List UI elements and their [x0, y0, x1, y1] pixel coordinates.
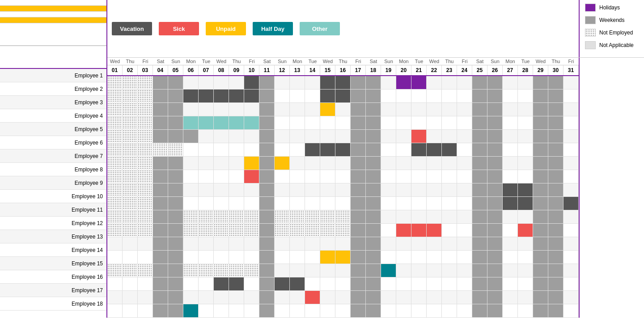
calendar-cell	[107, 143, 123, 156]
calendar-cell	[199, 210, 214, 223]
calendar-cell	[366, 157, 381, 170]
calendar-cell	[533, 304, 548, 317]
calendar-cell	[138, 210, 153, 223]
calendar-cell	[214, 103, 229, 116]
right-section: VacationSickUnpaidHalf DayOther Holidays…	[107, 0, 644, 318]
right-legend-label: Weekends	[599, 17, 624, 23]
calendar-cell	[168, 237, 183, 250]
calendar-cell	[366, 251, 381, 264]
day-number-cell: 24	[457, 65, 472, 75]
calendar-cell	[320, 89, 335, 102]
day-number-cell: 30	[548, 65, 564, 75]
calendar-cell	[214, 89, 229, 102]
calendar-cell	[168, 277, 183, 290]
calendar-cell	[533, 89, 548, 102]
calendar-cell	[168, 157, 183, 170]
calendar-cell	[381, 237, 396, 250]
day-name-cell: Sat	[472, 58, 487, 65]
employee-name-row: Employee 5	[0, 123, 106, 136]
calendar-cell	[183, 103, 199, 116]
calendar-cell	[442, 304, 457, 317]
calendar-cell	[335, 89, 351, 102]
calendar-cell	[153, 89, 168, 102]
employee-name-row: Employee 13	[0, 230, 106, 243]
calendar-cell	[168, 304, 183, 317]
calendar-row	[107, 143, 579, 157]
calendar-cell	[381, 89, 396, 102]
calendar-cell	[320, 143, 335, 156]
calendar-cell	[381, 210, 396, 223]
calendar-cell	[275, 103, 290, 116]
calendar-cell	[259, 224, 275, 237]
calendar-cell	[229, 277, 244, 290]
calendar-cell	[229, 291, 244, 304]
employee-name-row: Employee 12	[0, 217, 106, 230]
day-name-cell: Fri	[244, 58, 259, 65]
day-number-cell: 29	[533, 65, 548, 75]
calendar-cell	[366, 116, 381, 129]
calendar-cell	[335, 157, 351, 170]
calendar-cell	[153, 224, 168, 237]
calendar-cell	[366, 103, 381, 116]
calendar-cell	[518, 304, 533, 317]
calendar-cell	[138, 89, 153, 102]
calendar-cell	[168, 143, 183, 156]
calendar-cell	[214, 157, 229, 170]
calendar-cell	[442, 251, 457, 264]
calendar-cell	[457, 251, 472, 264]
calendar-cell	[168, 130, 183, 143]
calendar-cell	[487, 224, 503, 237]
calendar-cell	[229, 224, 244, 237]
legend-item: Vacation	[112, 22, 152, 35]
calendar-cell	[229, 116, 244, 129]
calendar-cell	[305, 291, 320, 304]
calendar-cell	[183, 264, 199, 277]
legend-box: Unpaid	[206, 22, 246, 35]
calendar-cell	[305, 130, 320, 143]
day-name-cell: Wed	[320, 58, 335, 65]
calendar-cell	[503, 277, 518, 290]
calendar-cell	[229, 157, 244, 170]
calendar-cell	[320, 224, 335, 237]
calendar-cell	[305, 251, 320, 264]
calendar-cell	[123, 224, 138, 237]
calendar-cell	[123, 130, 138, 143]
calendar-cell	[320, 237, 335, 250]
calendar-cell	[518, 264, 533, 277]
day-number-cell: 18	[366, 65, 381, 75]
calendar-cell	[275, 130, 290, 143]
calendar-cell	[366, 170, 381, 183]
calendar-cell	[123, 264, 138, 277]
calendar-cell	[396, 210, 411, 223]
calendar-cell	[533, 237, 548, 250]
calendar-cell	[396, 157, 411, 170]
calendar-cell	[442, 264, 457, 277]
calendar-cell	[457, 116, 472, 129]
day-name-cell: Sun	[381, 58, 396, 65]
calendar-cell	[396, 170, 411, 183]
legend-item: Sick	[159, 22, 199, 35]
calendar-cell	[548, 130, 564, 143]
employee-name-row: Employee 10	[0, 190, 106, 203]
calendar-cell	[199, 157, 214, 170]
calendar-cell	[244, 210, 259, 223]
calendar-cell	[320, 264, 335, 277]
calendar-cell	[107, 76, 123, 89]
calendar-cell	[275, 251, 290, 264]
calendar-cell	[214, 210, 229, 223]
calendar-cell	[518, 103, 533, 116]
calendar-cell	[518, 116, 533, 129]
day-number-cell: 26	[487, 65, 503, 75]
calendar-cell	[183, 116, 199, 129]
calendar-cell	[503, 170, 518, 183]
calendar-cell	[472, 197, 487, 210]
calendar-cell	[503, 76, 518, 89]
calendar-cell	[548, 103, 564, 116]
calendar-cell	[427, 89, 442, 102]
legend-box: Other	[300, 22, 340, 35]
calendar-cell	[411, 130, 427, 143]
calendar-cell	[351, 197, 366, 210]
calendar-cell	[472, 103, 487, 116]
calendar-cell	[199, 130, 214, 143]
calendar-cell	[503, 304, 518, 317]
